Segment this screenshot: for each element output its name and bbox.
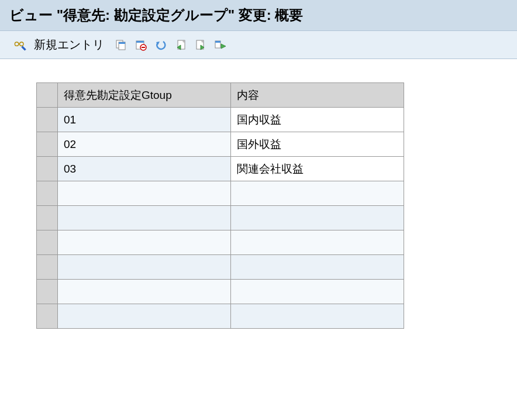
cell-code[interactable]: 03 xyxy=(58,157,231,181)
row-selector[interactable] xyxy=(37,255,58,280)
row-selector[interactable] xyxy=(37,304,58,329)
row-selector[interactable] xyxy=(37,132,58,157)
row-selector[interactable] xyxy=(37,157,58,181)
svg-rect-7 xyxy=(136,41,144,43)
table-row[interactable] xyxy=(37,206,404,230)
row-selector[interactable] xyxy=(37,108,58,132)
cell-desc[interactable] xyxy=(231,280,404,304)
cell-code[interactable] xyxy=(58,255,231,280)
page-next-icon[interactable] xyxy=(194,39,207,51)
undo-icon[interactable] xyxy=(154,39,167,51)
cell-desc[interactable] xyxy=(231,304,404,329)
cell-code[interactable] xyxy=(58,230,231,255)
page-title: ビュー "得意先: 勘定設定グループ" 変更: 概要 xyxy=(0,0,517,31)
row-selector[interactable] xyxy=(37,230,58,255)
table-row[interactable] xyxy=(37,280,404,304)
column-header-desc[interactable]: 内容 xyxy=(231,83,404,108)
column-header-selector[interactable] xyxy=(37,83,58,108)
cell-code[interactable] xyxy=(58,304,231,329)
row-selector[interactable] xyxy=(37,181,58,206)
row-selector[interactable] xyxy=(37,280,58,304)
svg-rect-5 xyxy=(119,42,125,44)
table-row[interactable] xyxy=(37,181,404,206)
cell-desc[interactable] xyxy=(231,255,404,280)
copy-icon[interactable] xyxy=(115,39,127,51)
cell-desc[interactable] xyxy=(231,230,404,255)
data-table: 得意先勘定設定Gtoup 内容 01国内収益02国外収益03関連会社収益 xyxy=(36,82,404,329)
table-row[interactable] xyxy=(37,304,404,329)
glasses-edit-icon[interactable] xyxy=(14,39,27,51)
table-row[interactable]: 02国外収益 xyxy=(37,132,404,157)
table-row[interactable] xyxy=(37,255,404,280)
toolbar: 新規エントリ xyxy=(0,31,517,59)
cell-desc[interactable]: 国外収益 xyxy=(231,132,404,157)
cell-desc[interactable]: 関連会社収益 xyxy=(231,157,404,181)
svg-point-1 xyxy=(20,42,23,45)
cell-desc[interactable]: 国内収益 xyxy=(231,108,404,132)
content-area: 得意先勘定設定Gtoup 内容 01国内収益02国外収益03関連会社収益 xyxy=(0,59,517,329)
cell-code[interactable]: 01 xyxy=(58,108,231,132)
table-row[interactable]: 03関連会社収益 xyxy=(37,157,404,181)
cell-code[interactable]: 02 xyxy=(58,132,231,157)
svg-rect-13 xyxy=(215,41,220,43)
cell-code[interactable] xyxy=(58,280,231,304)
transport-icon[interactable] xyxy=(214,39,227,51)
table-row[interactable]: 01国内収益 xyxy=(37,108,404,132)
cell-code[interactable] xyxy=(58,181,231,206)
row-selector[interactable] xyxy=(37,206,58,230)
column-header-code[interactable]: 得意先勘定設定Gtoup xyxy=(58,83,231,108)
cell-desc[interactable] xyxy=(231,181,404,206)
delete-row-icon[interactable] xyxy=(135,39,147,51)
new-entry-button[interactable]: 新規エントリ xyxy=(34,37,104,53)
cell-code[interactable] xyxy=(58,206,231,230)
svg-point-0 xyxy=(15,42,18,45)
table-row[interactable] xyxy=(37,230,404,255)
page-prev-icon[interactable] xyxy=(174,39,187,51)
cell-desc[interactable] xyxy=(231,206,404,230)
